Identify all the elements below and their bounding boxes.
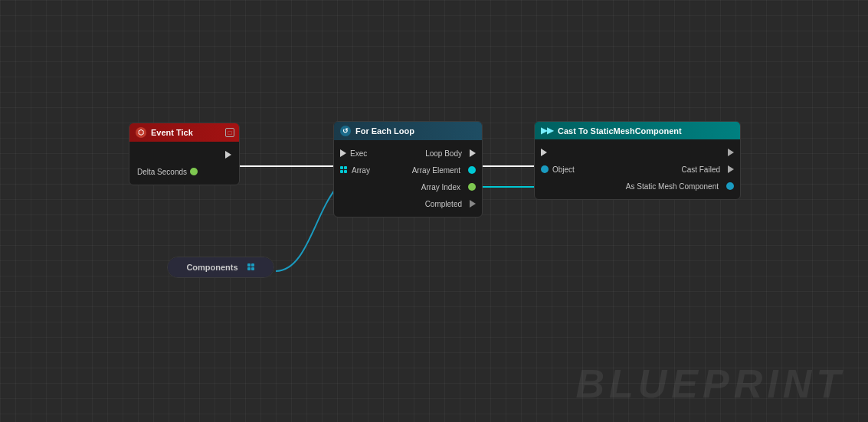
loop-icon: ↺ bbox=[340, 126, 351, 136]
for-each-header: ↺ For Each Loop bbox=[334, 122, 482, 140]
array-index-row: Array Index bbox=[334, 178, 482, 195]
exec-loopbody-row: Exec Loop Body bbox=[334, 145, 482, 162]
cast-exec-row bbox=[535, 144, 740, 161]
array-element-row: Array Array Element bbox=[334, 162, 482, 178]
event-tick-node: ⬡ Event Tick □ Delta Seconds bbox=[129, 123, 240, 185]
cast-title: Cast To StaticMeshComponent bbox=[558, 126, 682, 136]
event-tick-title: Event Tick bbox=[151, 128, 193, 137]
static-mesh-row: As Static Mesh Component bbox=[535, 178, 740, 195]
for-each-title: For Each Loop bbox=[355, 126, 414, 136]
delta-seconds-pin-row: Delta Seconds bbox=[129, 163, 239, 180]
static-mesh-dot bbox=[726, 182, 734, 190]
exec-out-pin-row bbox=[129, 146, 239, 163]
event-tick-header: ⬡ Event Tick □ bbox=[129, 123, 239, 142]
array-grid-pin bbox=[340, 166, 348, 174]
cast-failed-pin: Cast Failed bbox=[681, 165, 734, 174]
array-index-pin: Array Index bbox=[421, 183, 476, 191]
event-tick-close[interactable]: □ bbox=[225, 128, 234, 137]
array-in-pin: Array bbox=[340, 166, 370, 175]
cast-icon: ▶▶ bbox=[541, 126, 553, 136]
loop-body-label: Loop Body bbox=[425, 149, 462, 158]
object-castfailed-row: Object Cast Failed bbox=[535, 161, 740, 178]
exec-label: Exec bbox=[350, 149, 367, 158]
components-header: Components bbox=[168, 257, 274, 277]
array-element-dot bbox=[468, 166, 476, 174]
array-index-label: Array Index bbox=[421, 183, 460, 191]
loop-body-arrow bbox=[470, 149, 476, 157]
for-each-body: Exec Loop Body Array Array Element bbox=[334, 140, 482, 217]
exec-in-arrow bbox=[340, 149, 346, 157]
array-label: Array bbox=[352, 166, 370, 175]
array-index-dot bbox=[468, 183, 476, 191]
cast-exec-out-arrow bbox=[728, 149, 734, 156]
cast-header: ▶▶ Cast To StaticMeshComponent bbox=[535, 122, 740, 139]
loop-body-pin: Loop Body bbox=[425, 149, 476, 158]
delta-seconds-pin bbox=[190, 168, 198, 175]
object-pin: Object bbox=[541, 165, 575, 174]
exec-out-pin bbox=[225, 151, 231, 159]
completed-label: Completed bbox=[425, 200, 462, 208]
object-dot bbox=[541, 165, 549, 173]
cast-failed-label: Cast Failed bbox=[681, 165, 720, 174]
completed-row: Completed bbox=[334, 195, 482, 212]
static-mesh-label: As Static Mesh Component bbox=[626, 182, 719, 191]
event-icon: ⬡ bbox=[136, 127, 146, 138]
for-each-loop-node: ↺ For Each Loop Exec Loop Body Array bbox=[333, 121, 483, 218]
components-title: Components bbox=[186, 263, 237, 272]
cast-exec-in bbox=[541, 149, 547, 156]
delta-seconds-label: Delta Seconds bbox=[137, 168, 187, 176]
components-node: Components bbox=[167, 257, 274, 278]
components-grid-icon bbox=[247, 263, 255, 271]
completed-pin: Completed bbox=[425, 200, 476, 208]
cast-node: ▶▶ Cast To StaticMeshComponent Object Ca… bbox=[534, 121, 741, 200]
cast-exec-in-arrow bbox=[541, 149, 547, 156]
cast-failed-arrow bbox=[728, 165, 734, 173]
cast-exec-out bbox=[728, 149, 734, 156]
array-element-pin: Array Element bbox=[412, 166, 476, 175]
exec-in-pin: Exec bbox=[340, 149, 367, 158]
completed-arrow bbox=[470, 200, 476, 208]
event-tick-body: Delta Seconds bbox=[129, 142, 239, 185]
object-label: Object bbox=[552, 165, 575, 174]
cast-body: Object Cast Failed As Static Mesh Compon… bbox=[535, 139, 740, 199]
static-mesh-pin: As Static Mesh Component bbox=[626, 182, 734, 191]
array-element-label: Array Element bbox=[412, 166, 460, 175]
